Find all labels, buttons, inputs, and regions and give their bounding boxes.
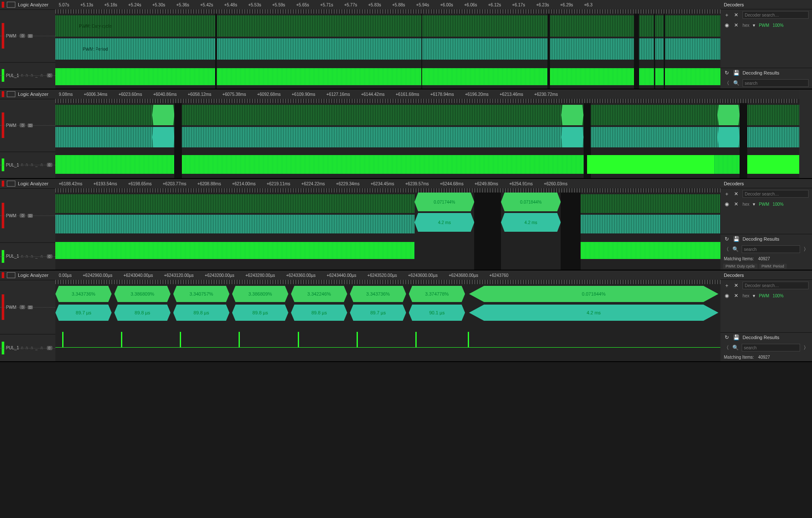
results-search-input[interactable]	[742, 344, 800, 351]
search-icon[interactable]: 🔍	[732, 246, 738, 252]
time-tick: +6243120.00µs	[164, 273, 193, 278]
pulse-edge	[357, 332, 358, 347]
close-icon[interactable]: ✕	[733, 282, 739, 288]
time-tick: +5.36s	[176, 3, 189, 7]
time-tick: +6.29s	[560, 3, 573, 7]
channel-pul[interactable]: PUL_1 ⎍ ⎍ ⎍ _ ⎍ 0	[0, 334, 55, 361]
plus-icon[interactable]: ＋	[724, 282, 730, 288]
decoder-search-input[interactable]	[743, 282, 809, 289]
duty-flag: 3.386809%	[114, 286, 170, 302]
time-tick: +5.30s	[152, 3, 165, 7]
close-icon[interactable]: ✕	[733, 293, 739, 299]
search-icon[interactable]: 🔍	[732, 345, 738, 351]
decoding-results-title: Decoding Results	[743, 236, 779, 242]
period-flag: 89.7 µs	[55, 305, 112, 321]
decoder-search-input[interactable]	[743, 190, 809, 198]
channel-pwm[interactable]: PWM 0 D	[0, 280, 55, 334]
time-tick: +6243600.00µs	[408, 273, 438, 278]
pulse-edge	[415, 332, 417, 347]
time-ruler[interactable]: +6188.42ms+6193.54ms+6198.65ms+6203.77ms…	[55, 179, 720, 188]
search-icon[interactable]: 🔍	[733, 80, 739, 86]
period-flag: 89.8 µs	[114, 305, 170, 321]
waveform-area-p2[interactable]: 9.08ms+6006.34ms+6023.60ms+6040.86ms+605…	[55, 89, 799, 178]
back-icon[interactable]: 〈	[724, 345, 729, 351]
duty-flag: 0.071844%	[469, 286, 718, 302]
waveform-area-p1[interactable]: 5.07s+5.13s+5.18s+5.24s+5.30s+5.36s+5.42…	[55, 0, 720, 89]
time-tick: +5.83s	[368, 3, 381, 7]
time-tick: +6243440.00µs	[327, 273, 356, 278]
period-flag: 89.8 µs	[291, 305, 347, 321]
back-icon[interactable]: 〈	[724, 246, 729, 252]
time-ruler[interactable]: 5.07s+5.13s+5.18s+5.24s+5.30s+5.36s+5.42…	[55, 0, 720, 9]
time-tick: +6242960.00µs	[83, 273, 112, 278]
logic-analyzer-title: Logic Analyzer	[18, 92, 49, 97]
close-icon[interactable]: ✕	[733, 12, 739, 18]
history-icon[interactable]: ↻	[724, 334, 730, 340]
forward-icon[interactable]: 〉	[803, 246, 809, 252]
time-ruler[interactable]: 9.08ms+6006.34ms+6023.60ms+6040.86ms+605…	[55, 89, 799, 99]
time-tick: +6.3	[584, 3, 593, 7]
logic-analyzer-title: Logic Analyzer	[18, 181, 49, 186]
format-select[interactable]: hex	[743, 23, 749, 28]
time-tick: +6234.45ms	[371, 181, 394, 186]
time-tick: +6.12s	[488, 3, 501, 7]
plus-icon[interactable]: ＋	[724, 191, 730, 197]
time-tick: +6109.90ms	[292, 92, 315, 97]
time-tick: 0.00µs	[59, 273, 72, 278]
time-tick: +5.42s	[200, 3, 213, 7]
logic-analyzer-header: Logic Analyzer	[0, 179, 55, 188]
plus-icon[interactable]: ＋	[724, 12, 730, 18]
history-icon[interactable]: ↻	[724, 236, 730, 242]
eye-icon[interactable]: ◉	[724, 201, 730, 207]
channel-pul[interactable]: PUL_1 ⎍ ⎍ ⎍ _ ⎍ 0	[0, 242, 55, 270]
tab-period[interactable]: PWM: Period	[759, 264, 787, 269]
close-icon[interactable]: ✕	[733, 191, 739, 197]
matching-items-count: 40927	[758, 355, 770, 360]
time-tick: +6213.46ms	[500, 92, 523, 97]
channel-pwm[interactable]: PWM 0 D	[0, 99, 55, 152]
save-icon[interactable]: 💾	[733, 70, 739, 76]
matching-items-label: Matching Items:	[724, 355, 754, 360]
decoder-name: PWM	[759, 202, 769, 207]
time-tick: +6208.88ms	[197, 181, 221, 186]
close-icon[interactable]: ✕	[733, 201, 739, 207]
save-icon[interactable]: 💾	[733, 334, 739, 340]
back-icon[interactable]: 〈	[724, 80, 730, 86]
time-tick: +5.13s	[80, 3, 93, 7]
time-ruler[interactable]: 0.00µs+6242960.00µs+6243040.00µs+6243120…	[55, 271, 720, 280]
time-tick: +6092.68ms	[257, 92, 280, 97]
save-icon[interactable]: 💾	[733, 236, 739, 242]
forward-icon[interactable]: 〉	[803, 345, 809, 351]
history-icon[interactable]: ↻	[724, 70, 730, 76]
time-tick: +5.59s	[272, 3, 285, 7]
format-select[interactable]: hex	[743, 294, 749, 298]
channel-pul[interactable]: PUL_1 ⎍ ⎍ ⎍ _ ⎍ 0	[0, 152, 55, 178]
waveform-icon	[7, 181, 15, 187]
channel-pwm[interactable]: PWM 0 D	[0, 9, 55, 62]
channel-pwm[interactable]: PWM 0 D	[0, 188, 55, 242]
time-tick: +6203.77ms	[163, 181, 186, 186]
time-tick: +6196.20ms	[465, 92, 488, 97]
eye-icon[interactable]: ◉	[724, 293, 730, 299]
format-select[interactable]: hex	[743, 202, 749, 207]
logic-analyzer-header: Logic Analyzer	[0, 0, 55, 9]
tab-duty-cycle[interactable]: PWM: Duty cycle	[723, 264, 757, 269]
time-tick: +6058.12ms	[188, 92, 211, 97]
time-tick: +6.06s	[464, 3, 477, 7]
results-search-input[interactable]	[743, 79, 809, 87]
time-tick: 5.07s	[59, 3, 69, 7]
waveform-area-p3[interactable]: +6188.42ms+6193.54ms+6198.65ms+6203.77ms…	[55, 179, 720, 270]
waveform-icon	[7, 272, 15, 278]
results-search-input[interactable]	[742, 245, 800, 253]
time-tick: +5.53s	[248, 3, 261, 7]
waveform-area-p4[interactable]: 0.00µs+6242960.00µs+6243040.00µs+6243120…	[55, 271, 720, 361]
time-tick: +5.71s	[320, 3, 333, 7]
channel-pul[interactable]: PUL_1 ⎍ ⎍ ⎍ _ ⎍ 0	[0, 62, 55, 89]
decoder-search-input[interactable]	[743, 11, 809, 19]
period-label: PWM: Period	[83, 47, 108, 52]
close-icon[interactable]: ✕	[733, 22, 739, 28]
eye-icon[interactable]: ◉	[724, 22, 730, 28]
decoder-name: PWM	[759, 23, 769, 28]
duty-flag: 3.374778%	[409, 286, 465, 302]
waveform-icon	[7, 2, 15, 8]
